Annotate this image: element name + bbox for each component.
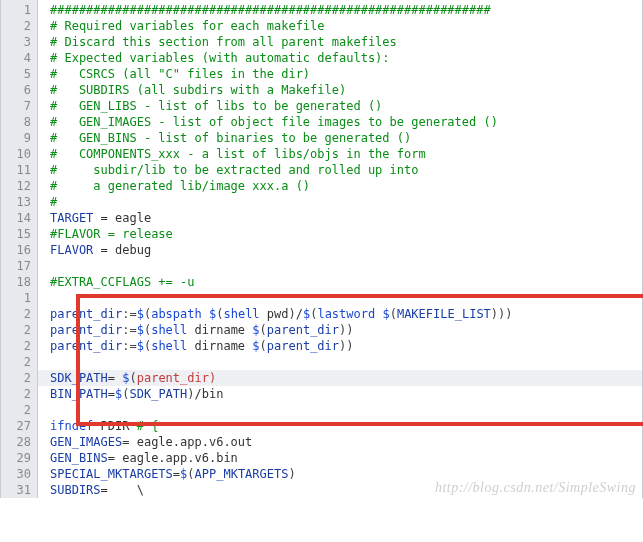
line-number: 2 (1, 386, 37, 402)
line-number: 7 (1, 98, 37, 114)
line-number: 15 (1, 226, 37, 242)
code-line: # GEN_LIBS - list of libs to be generate… (38, 98, 642, 114)
line-number-gutter: 1234567891011121314151617181222222227282… (0, 0, 38, 498)
line-number: 2 (1, 338, 37, 354)
code-line: #FLAVOR = release (38, 226, 642, 242)
line-number: 2 (1, 322, 37, 338)
code-line (38, 354, 642, 370)
code-line: ########################################… (38, 2, 642, 18)
line-number: 31 (1, 482, 37, 498)
line-number: 1 (1, 2, 37, 18)
code-line (38, 290, 642, 306)
line-number: 2 (1, 18, 37, 34)
line-number: 29 (1, 450, 37, 466)
line-number: 5 (1, 66, 37, 82)
line-number: 30 (1, 466, 37, 482)
line-number: 16 (1, 242, 37, 258)
code-line: FLAVOR = debug (38, 242, 642, 258)
code-line: # subdir/lib to be extracted and rolled … (38, 162, 642, 178)
code-line: ifndef PDIR # { (38, 418, 642, 434)
line-number: 1 (1, 290, 37, 306)
code-line: # COMPONENTS_xxx - a list of libs/objs i… (38, 146, 642, 162)
line-number: 6 (1, 82, 37, 98)
line-number: 2 (1, 306, 37, 322)
code-line: GEN_BINS= eagle.app.v6.bin (38, 450, 642, 466)
line-number: 8 (1, 114, 37, 130)
code-line (38, 402, 642, 418)
code-line: TARGET = eagle (38, 210, 642, 226)
line-number: 9 (1, 130, 37, 146)
line-number: 13 (1, 194, 37, 210)
line-number: 12 (1, 178, 37, 194)
code-line: SDK_PATH= $(parent_dir) (38, 370, 642, 386)
line-number: 2 (1, 402, 37, 418)
line-number: 11 (1, 162, 37, 178)
line-number: 10 (1, 146, 37, 162)
line-number: 28 (1, 434, 37, 450)
code-line: GEN_IMAGES= eagle.app.v6.out (38, 434, 642, 450)
line-number: 3 (1, 34, 37, 50)
code-line: # Discard this section from all parent m… (38, 34, 642, 50)
code-line: #EXTRA_CCFLAGS += -u (38, 274, 642, 290)
code-line: BIN_PATH=$(SDK_PATH)/bin (38, 386, 642, 402)
code-line: # Required variables for each makefile (38, 18, 642, 34)
code-line: # a generated lib/image xxx.a () (38, 178, 642, 194)
code-line: SPECIAL_MKTARGETS=$(APP_MKTARGETS) (38, 466, 642, 482)
code-line: # CSRCS (all "C" files in the dir) (38, 66, 642, 82)
code-line: parent_dir:=$(shell dirname $(parent_dir… (38, 338, 642, 354)
code-editor: 1234567891011121314151617181222222227282… (0, 0, 643, 498)
code-line: parent_dir:=$(abspath $(shell pwd)/$(las… (38, 306, 642, 322)
line-number: 27 (1, 418, 37, 434)
code-line: # (38, 194, 642, 210)
code-line (38, 258, 642, 274)
line-number: 2 (1, 354, 37, 370)
code-line: # GEN_IMAGES - list of object file image… (38, 114, 642, 130)
line-number: 14 (1, 210, 37, 226)
code-line: SUBDIRS= \ (38, 482, 642, 498)
code-line: parent_dir:=$(shell dirname $(parent_dir… (38, 322, 642, 338)
line-number: 18 (1, 274, 37, 290)
code-line: # Expected variables (with automatic def… (38, 50, 642, 66)
code-line: # SUBDIRS (all subdirs with a Makefile) (38, 82, 642, 98)
line-number: 2 (1, 370, 37, 386)
line-number: 17 (1, 258, 37, 274)
line-number: 4 (1, 50, 37, 66)
code-area: http://blog.csdn.net/SimpleSwing #######… (38, 0, 643, 498)
code-line: # GEN_BINS - list of binaries to be gene… (38, 130, 642, 146)
